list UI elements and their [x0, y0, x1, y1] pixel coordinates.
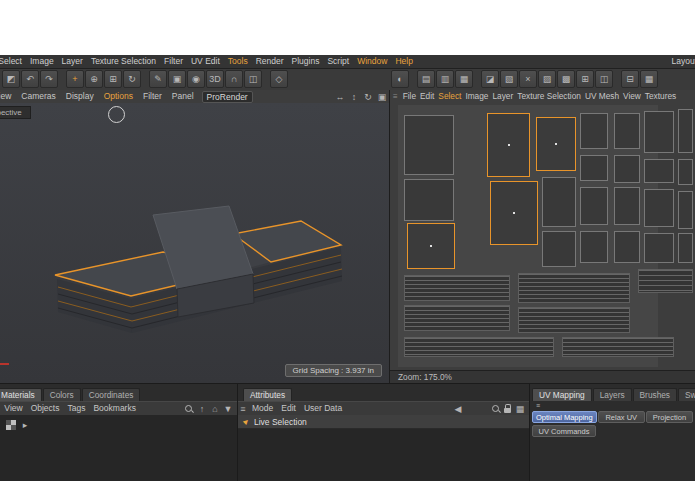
redo-icon[interactable]: ↷: [40, 70, 58, 88]
uv-island[interactable]: [614, 231, 640, 263]
menu-textures[interactable]: Textures: [643, 90, 678, 103]
uv-relax-icon[interactable]: ▨: [538, 70, 556, 88]
tab-colors[interactable]: Colors: [43, 388, 81, 401]
uv-pack-icon[interactable]: ▩: [557, 70, 575, 88]
dolly-view-icon[interactable]: ↕: [348, 90, 360, 103]
scroll-up-icon[interactable]: ↑: [197, 403, 207, 414]
uv-island[interactable]: [536, 117, 576, 171]
checker-material-icon[interactable]: [6, 420, 16, 430]
uv-island[interactable]: [580, 187, 608, 225]
tab-uv-mapping[interactable]: UV Mapping: [532, 388, 592, 401]
3d-model[interactable]: [0, 103, 390, 383]
search-icon[interactable]: [184, 404, 194, 414]
menu-render[interactable]: Render: [252, 55, 288, 68]
uv-island[interactable]: [490, 181, 538, 245]
menu-help[interactable]: Help: [391, 55, 416, 68]
uv-island[interactable]: [614, 113, 640, 149]
menu-view[interactable]: View: [0, 402, 26, 415]
magnet-tool-icon[interactable]: ∩: [225, 70, 243, 88]
uv-commands-button[interactable]: UV Commands: [532, 425, 596, 437]
menu-objects[interactable]: Objects: [27, 402, 64, 415]
uv-cut-icon[interactable]: ×: [519, 70, 537, 88]
move-tool-icon[interactable]: ⊕: [85, 70, 103, 88]
paint-wizard-icon[interactable]: ✎: [149, 70, 167, 88]
uv-mapping-icon[interactable]: ▧: [500, 70, 518, 88]
maximize-view-icon[interactable]: ▣: [376, 90, 388, 103]
uv-strip-island[interactable]: [562, 337, 674, 357]
menu-edit[interactable]: Edit: [277, 402, 300, 415]
optimal-mapping-button[interactable]: Optimal Mapping: [532, 411, 597, 423]
relax-uv-button[interactable]: Relax UV: [598, 411, 645, 423]
lock-icon[interactable]: [504, 404, 512, 414]
menu-file[interactable]: File: [401, 90, 418, 103]
uv-island[interactable]: [678, 191, 693, 229]
uv-island[interactable]: [404, 115, 454, 175]
menu-uv-edit[interactable]: UV Edit: [187, 55, 224, 68]
filter-icon[interactable]: ▼: [223, 403, 233, 414]
axis-lock-icon[interactable]: ◇: [270, 70, 288, 88]
uv-island[interactable]: [542, 177, 576, 227]
menu-select[interactable]: Select: [0, 55, 26, 68]
menu-view[interactable]: View: [621, 90, 643, 103]
live-selection-tool-icon[interactable]: +: [66, 70, 84, 88]
menu-filter[interactable]: Filter: [138, 90, 167, 103]
uv-island[interactable]: [487, 113, 530, 177]
menu-plugins[interactable]: Plugins: [288, 55, 324, 68]
menu-edit[interactable]: Edit: [418, 90, 436, 103]
tab-layers[interactable]: Layers: [593, 388, 632, 401]
uv-island[interactable]: [644, 159, 674, 183]
rotate-tool-icon[interactable]: ↻: [123, 70, 141, 88]
projection-paint-icon[interactable]: ▣: [168, 70, 186, 88]
menu-window[interactable]: Window: [353, 55, 391, 68]
uv-island[interactable]: [614, 187, 640, 225]
menu-texture-selection[interactable]: Texture Selection: [87, 55, 160, 68]
uv-island[interactable]: [407, 223, 455, 269]
uv-island[interactable]: [678, 233, 693, 263]
uv-edges-mode-icon[interactable]: ▥: [436, 70, 454, 88]
3d-paint-icon[interactable]: 3D: [206, 70, 224, 88]
scale-tool-icon[interactable]: ⊞: [104, 70, 122, 88]
menu-tags[interactable]: Tags: [63, 402, 89, 415]
uv-checkerboard-icon[interactable]: ◐: [391, 70, 409, 88]
menu-tools[interactable]: Tools: [224, 55, 252, 68]
uv-snap-icon[interactable]: ⊟: [621, 70, 639, 88]
tab-swatches[interactable]: Swatches: [678, 388, 695, 401]
tab-coordinates[interactable]: Coordinates: [82, 388, 141, 401]
menu-options[interactable]: Options: [99, 90, 138, 103]
menu-display[interactable]: Display: [61, 90, 99, 103]
uv-editor-canvas[interactable]: [390, 103, 695, 370]
history-back-icon[interactable]: ◀: [453, 403, 463, 414]
uv-polygons-mode-icon[interactable]: ▦: [455, 70, 473, 88]
uv-island[interactable]: [542, 231, 576, 267]
uv-grid-icon[interactable]: ▦: [640, 70, 658, 88]
uv-transform-icon[interactable]: ◪: [481, 70, 499, 88]
panel-grip-icon[interactable]: ≡: [390, 92, 401, 101]
uv-strip-island[interactable]: [638, 269, 693, 293]
menu-texture-selection[interactable]: Texture Selection: [515, 90, 583, 103]
uv-align-icon[interactable]: ⊞: [576, 70, 594, 88]
menu-panel[interactable]: Panel: [167, 90, 199, 103]
menu-filter[interactable]: Filter: [160, 55, 187, 68]
uv-strip-island[interactable]: [404, 305, 510, 331]
uv-island[interactable]: [678, 109, 693, 153]
material-menu-icon[interactable]: ▸: [20, 419, 30, 430]
viewport-camera-tab[interactable]: Perspective: [0, 106, 31, 119]
uv-island[interactable]: [644, 233, 674, 263]
menu-user-data[interactable]: User Data: [300, 402, 346, 415]
menu-layer[interactable]: Layer: [58, 55, 87, 68]
menu-uv-mesh[interactable]: UV Mesh: [583, 90, 621, 103]
raybrush-icon[interactable]: ◉: [187, 70, 205, 88]
3d-viewport[interactable]: Perspective Grid Spacing : 3.937 in: [0, 103, 390, 383]
layout-menu[interactable]: Layout: [667, 55, 695, 68]
menu-bookmarks[interactable]: Bookmarks: [89, 402, 140, 415]
uv-island[interactable]: [678, 159, 693, 185]
pan-view-icon[interactable]: ↔: [334, 90, 346, 103]
panel-grip-icon[interactable]: ≡: [533, 402, 543, 410]
menu-mode[interactable]: Mode: [248, 402, 277, 415]
active-tool-row[interactable]: ► Live Selection: [238, 415, 529, 429]
uv-island[interactable]: [580, 231, 608, 263]
menu-image[interactable]: Image: [463, 90, 490, 103]
uv-mirror-icon[interactable]: ◫: [595, 70, 613, 88]
mode-icon[interactable]: ◩: [2, 70, 20, 88]
uv-strip-island[interactable]: [518, 307, 630, 333]
